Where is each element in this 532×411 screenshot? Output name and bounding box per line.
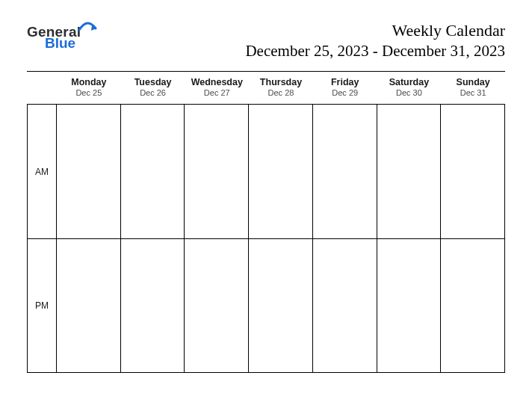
column-header: Sunday Dec 31 xyxy=(441,75,505,104)
day-name: Wednesday xyxy=(185,77,249,87)
date-range: December 25, 2023 - December 31, 2023 xyxy=(245,42,505,61)
page-title: Weekly Calendar xyxy=(245,21,505,40)
row-label-pm: PM xyxy=(27,238,57,373)
logo-word-blue: Blue xyxy=(45,36,97,50)
title-block: Weekly Calendar December 25, 2023 - Dece… xyxy=(245,21,505,61)
day-name: Sunday xyxy=(441,77,505,87)
day-name: Friday xyxy=(313,77,377,87)
column-header: Wednesday Dec 27 xyxy=(185,75,249,104)
calendar-cell xyxy=(441,104,505,238)
calendar-cell xyxy=(185,238,249,373)
column-header: Thursday Dec 28 xyxy=(249,75,313,104)
day-date: Dec 31 xyxy=(441,88,505,97)
header: General Blue Weekly Calendar December 25… xyxy=(27,21,505,61)
calendar-cell xyxy=(57,238,121,373)
calendar-cell xyxy=(185,104,249,238)
day-date: Dec 28 xyxy=(249,88,313,97)
grid-corner xyxy=(27,75,57,104)
row-label-am: AM xyxy=(27,104,57,238)
row-label-text: PM xyxy=(35,300,49,311)
day-name: Saturday xyxy=(377,77,442,87)
column-header: Tuesday Dec 26 xyxy=(121,75,185,104)
calendar-cell xyxy=(121,238,185,373)
column-header: Monday Dec 25 xyxy=(57,75,121,104)
calendar-cell xyxy=(441,238,505,373)
column-header: Friday Dec 29 xyxy=(313,75,377,104)
day-date: Dec 29 xyxy=(313,88,377,97)
calendar-cell xyxy=(377,104,442,238)
column-header: Saturday Dec 30 xyxy=(377,75,442,104)
calendar-cell xyxy=(313,104,377,238)
day-name: Thursday xyxy=(249,77,313,87)
day-date: Dec 25 xyxy=(57,88,121,97)
calendar-grid: Monday Dec 25 Tuesday Dec 26 Wednesday D… xyxy=(27,75,505,373)
day-name: Monday xyxy=(57,77,121,87)
day-date: Dec 26 xyxy=(121,88,185,97)
calendar-cell xyxy=(57,104,121,238)
row-label-text: AM xyxy=(35,167,49,177)
calendar-cell xyxy=(377,238,442,373)
calendar-cell xyxy=(313,238,377,373)
day-date: Dec 27 xyxy=(185,88,249,97)
day-date: Dec 30 xyxy=(377,88,442,97)
day-name: Tuesday xyxy=(121,77,185,87)
calendar-cell xyxy=(249,238,313,373)
calendar-cell xyxy=(121,104,185,238)
header-divider xyxy=(27,71,505,72)
brand-logo: General Blue xyxy=(27,21,97,50)
calendar-cell xyxy=(249,104,313,238)
